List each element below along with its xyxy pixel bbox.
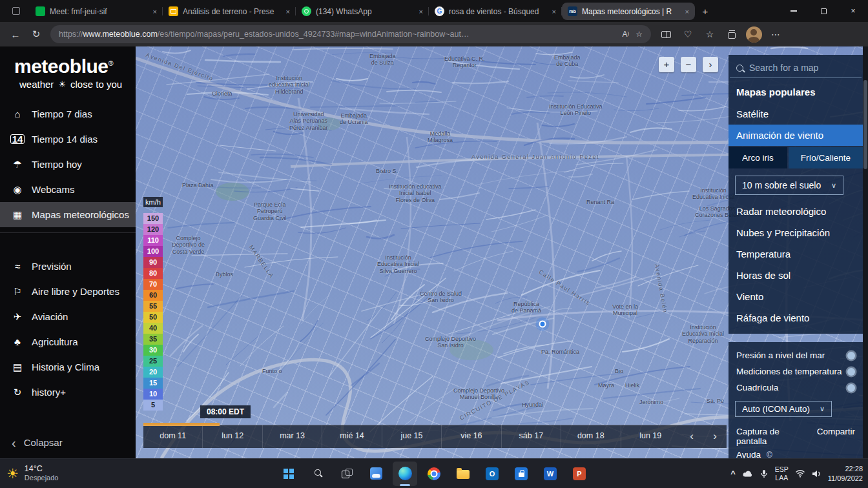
- onedrive-icon[interactable]: [742, 470, 753, 478]
- sidebar-item-webcams[interactable]: ◉Webcams: [0, 177, 136, 202]
- copyright-icon[interactable]: ©: [767, 451, 772, 459]
- volume-icon[interactable]: [812, 470, 822, 478]
- variant-button[interactable]: Arco iris: [728, 147, 787, 168]
- sidebar-item-historia-y-clima[interactable]: ▤Historia y Clima: [0, 354, 136, 380]
- sidebar-item-aire-libre-y-deportes[interactable]: ⚐Aire libre y Deportes: [0, 279, 136, 304]
- browser-tab[interactable]: mbMapas meteorológicos | R×: [562, 3, 695, 20]
- tab-close-icon[interactable]: ×: [419, 8, 423, 15]
- file-explorer-button[interactable]: [451, 462, 475, 486]
- browser-tab[interactable]: Análisis de terreno - Prese×: [163, 3, 296, 20]
- browser-essentials-icon[interactable]: ♡: [678, 25, 698, 43]
- add-favorite-icon[interactable]: ☆: [636, 30, 643, 39]
- powerpoint-button[interactable]: [567, 462, 592, 486]
- hidden-icons-button[interactable]: ^: [730, 469, 736, 478]
- refresh-button[interactable]: ↻: [27, 25, 45, 43]
- profile-avatar[interactable]: [744, 25, 763, 43]
- help-link[interactable]: Ayuda: [736, 450, 761, 458]
- favorites-icon[interactable]: ☆: [700, 25, 719, 43]
- weather-map[interactable]: Avenida Del EjércitoGlorietaInstitución …: [136, 46, 868, 458]
- widgets-button[interactable]: [364, 462, 388, 486]
- sidebar-item-tiempo-14-dias[interactable]: 14Tiempo 14 dias: [0, 127, 136, 152]
- back-button[interactable]: ←: [6, 25, 25, 43]
- tab-close-icon[interactable]: ×: [552, 8, 556, 15]
- taskbar-weather-widget[interactable]: ☀ 14°C Despejado: [6, 459, 58, 488]
- start-button[interactable]: [276, 462, 301, 486]
- browser-tab[interactable]: (134) WhatsApp×: [296, 3, 429, 20]
- map-layer-item[interactable]: Horas de sol: [728, 265, 863, 286]
- height-level-dropdown[interactable]: 10 m sobre el suelo∨: [735, 176, 843, 195]
- sidebar-item-agricultura[interactable]: ♣Agricultura: [0, 329, 136, 354]
- tab-close-icon[interactable]: ×: [685, 8, 689, 15]
- collections-icon[interactable]: [722, 25, 741, 43]
- timeline-day[interactable]: sáb 17: [501, 425, 561, 448]
- map-layer-item[interactable]: Radar meteorológico: [728, 201, 863, 222]
- overlay-toggle-row[interactable]: Mediciones de temperatura: [728, 363, 863, 380]
- share-link[interactable]: Compartir: [817, 427, 855, 446]
- variant-button[interactable]: Frío/Caliente: [789, 147, 863, 168]
- sidebar-item-tiempo-hoy[interactable]: ☂Tiempo hoy: [0, 152, 136, 177]
- sidebar-collapse-button[interactable]: ‹ Colapsar: [12, 437, 63, 448]
- map-search-input[interactable]: [749, 63, 852, 73]
- scrollbar-thumb[interactable]: [863, 80, 867, 169]
- language-indicator[interactable]: ESP LAA: [775, 465, 789, 482]
- map-layer-item[interactable]: Ráfaga de viento: [728, 307, 863, 329]
- workspace-button[interactable]: [5, 3, 27, 19]
- sidebar-item-mapas-meteorol-gicos[interactable]: ▦Mapas meteorológicos: [0, 202, 136, 227]
- read-aloud-icon[interactable]: A: [623, 30, 630, 39]
- sidebar-item-previsi-n[interactable]: ≈Previsión: [0, 254, 136, 279]
- sidebar-item-history-[interactable]: ↻history+: [0, 380, 136, 405]
- store-button[interactable]: [509, 462, 533, 486]
- sidebar-item-tiempo-7-dias[interactable]: ⌂Tiempo 7 dias: [0, 101, 136, 127]
- wifi-icon[interactable]: [795, 469, 805, 478]
- microphone-icon[interactable]: [760, 469, 769, 478]
- map-layer-item[interactable]: Viento: [728, 286, 863, 307]
- close-button[interactable]: ×: [838, 0, 868, 22]
- settings-menu-icon[interactable]: ⋯: [766, 25, 785, 43]
- model-dropdown[interactable]: Auto (ICON Auto) ∨: [735, 401, 832, 417]
- split-screen-icon[interactable]: [656, 25, 676, 43]
- timeline-day[interactable]: mié 14: [322, 425, 381, 448]
- task-view-button[interactable]: [335, 462, 359, 486]
- pan-right-button[interactable]: ›: [703, 57, 718, 72]
- outlook-button[interactable]: [480, 462, 504, 486]
- timeline-day[interactable]: dom 11: [143, 425, 202, 448]
- screenshot-link[interactable]: Captura de pantalla: [736, 427, 807, 446]
- taskbar-search-button[interactable]: [305, 462, 330, 486]
- maximize-button[interactable]: [809, 0, 838, 22]
- overlay-toggle-row[interactable]: Presión a nivel del mar: [728, 347, 863, 363]
- browser-tab[interactable]: Grosa de vientos - Búsqued×: [429, 3, 562, 20]
- minimize-button[interactable]: [779, 0, 809, 22]
- timeline-prev-button[interactable]: ‹: [680, 430, 703, 443]
- flower-icon: ♣: [10, 336, 25, 347]
- taskbar-clock[interactable]: 22:28 11/09/2022: [828, 464, 863, 483]
- location-marker[interactable]: [539, 321, 546, 328]
- timeline-day[interactable]: lun 12: [202, 425, 262, 448]
- timeline-bar[interactable]: dom 11lun 12mar 13mié 14jue 15vie 16sáb …: [143, 425, 727, 448]
- meteoblue-logo[interactable]: meteoblue®: [0, 46, 136, 77]
- timeline-day[interactable]: vie 16: [441, 425, 501, 448]
- timeline-next-button[interactable]: ›: [703, 430, 727, 443]
- zoom-out-button[interactable]: −: [681, 57, 696, 72]
- map-layer-item[interactable]: Satélite: [728, 103, 863, 125]
- overlay-toggle-row[interactable]: Cuadrícula: [728, 380, 863, 396]
- address-url-field[interactable]: https://www.meteoblue.com/es/tiempo/mapa…: [50, 25, 651, 43]
- page-scrollbar[interactable]: [863, 46, 868, 458]
- browser-tab[interactable]: Meet: fmf-jeui-sif×: [30, 3, 163, 20]
- map-layer-item[interactable]: Animación de viento: [728, 125, 863, 146]
- map-layer-item[interactable]: Temperatura: [728, 243, 863, 265]
- map-search[interactable]: [730, 55, 862, 78]
- timeline-day[interactable]: lun 19: [621, 425, 680, 448]
- new-tab-button[interactable]: +: [696, 3, 714, 19]
- word-button[interactable]: [538, 462, 563, 486]
- tab-close-icon[interactable]: ×: [286, 8, 290, 15]
- tab-close-icon[interactable]: ×: [153, 8, 157, 15]
- edge-taskbar-button[interactable]: [393, 462, 417, 486]
- timeline-day[interactable]: jue 15: [382, 425, 441, 448]
- chrome-taskbar-button[interactable]: [422, 462, 446, 486]
- zoom-in-button[interactable]: +: [659, 57, 674, 72]
- page-url: https://www.meteoblue.com/es/tiempo/mapa…: [59, 30, 616, 39]
- map-layer-item[interactable]: Nubes y Precipitación: [728, 222, 863, 243]
- sidebar-item-aviaci-n[interactable]: ✈Aviación: [0, 304, 136, 329]
- timeline-day[interactable]: dom 18: [561, 425, 620, 448]
- timeline-day[interactable]: mar 13: [262, 425, 322, 448]
